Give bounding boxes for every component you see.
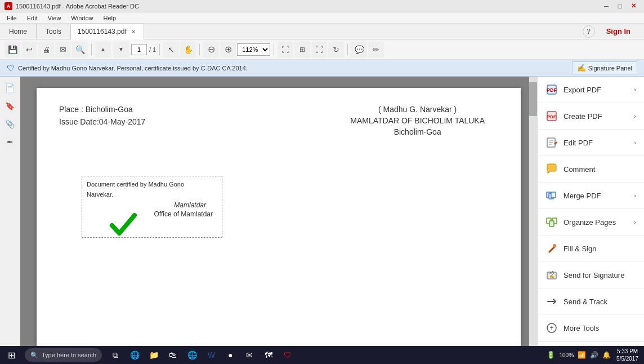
sidebar-review-button[interactable]: ✒: [3, 135, 17, 149]
zoom-select[interactable]: 112% 100% 75% 50% 125% 150%: [237, 43, 270, 56]
tab-file[interactable]: 1500116143.pdf ✕: [71, 24, 144, 39]
rotate-button[interactable]: ↻: [328, 42, 344, 57]
rotate-icon: ↻: [333, 45, 339, 54]
task-view-icon: ⧉: [113, 350, 118, 360]
fit-page-button[interactable]: ⛶: [278, 42, 293, 57]
page-total: / 1: [149, 46, 156, 53]
attachments-icon: 📎: [5, 119, 15, 128]
sidebar-bookmarks-button[interactable]: 🔖: [3, 99, 17, 113]
tab-tools[interactable]: Tools: [37, 24, 71, 39]
task-view-button[interactable]: ⧉: [106, 346, 124, 364]
tab-home[interactable]: Home: [0, 24, 37, 39]
zoom-in-button[interactable]: ⊕: [220, 42, 236, 57]
close-button[interactable]: ✕: [627, 2, 639, 11]
search-icon: 🔍: [75, 45, 85, 54]
svg-text:xA: xA: [549, 270, 554, 274]
more-tools-button[interactable]: + More Tools: [538, 315, 644, 341]
toolbar-separator-3: [199, 44, 200, 55]
comment-icon: [545, 163, 558, 175]
send-track-label: Send & Track: [564, 298, 636, 306]
search-button[interactable]: 🔍: [72, 42, 88, 57]
full-screen-button[interactable]: ⛶: [311, 42, 327, 57]
svg-text:PDF: PDF: [547, 114, 556, 119]
signature-panel-button[interactable]: ✍ Signature Panel: [572, 61, 637, 74]
create-pdf-button[interactable]: PDF Create PDF ›: [538, 103, 644, 130]
clock-date: 5/5/2017: [616, 355, 638, 362]
organize-pages-button[interactable]: Organize Pages ›: [538, 209, 644, 236]
print-button[interactable]: 🖨: [38, 42, 54, 57]
menu-window[interactable]: Window: [66, 14, 97, 23]
ie-button[interactable]: 🌐: [183, 346, 201, 364]
comment-button[interactable]: Comment: [538, 156, 644, 183]
taskbar-clock[interactable]: 5:33 PM 5/5/2017: [614, 348, 641, 362]
chrome-button[interactable]: ●: [221, 346, 239, 364]
signatory-name: ( Madhu G. Narvekar ): [337, 105, 498, 114]
edit-pdf-button[interactable]: Edit PDF ›: [538, 130, 644, 156]
taskbar-right: 🔋 100% 📶 🔊 🔔 5:33 PM 5/5/2017: [542, 346, 644, 364]
signatory-place: Bicholim-Goa: [337, 127, 498, 136]
export-pdf-button[interactable]: PDF Export PDF ›: [538, 77, 644, 103]
save-button[interactable]: 💾: [5, 42, 20, 57]
svg-rect-13: [549, 221, 554, 227]
back-icon: ↩: [26, 45, 33, 54]
sidebar-attachments-button[interactable]: 📎: [3, 117, 17, 131]
sidebar-pages-button[interactable]: 📄: [3, 81, 17, 95]
start-button[interactable]: ⊞: [0, 346, 23, 364]
page-up-button[interactable]: ▲: [95, 42, 111, 57]
cert-shield-icon: 🛡: [7, 64, 15, 73]
ie-icon: 🌐: [187, 350, 197, 359]
svg-text:PDF: PDF: [547, 87, 557, 93]
menu-edit[interactable]: Edit: [23, 14, 42, 23]
edge-button[interactable]: 🌐: [126, 346, 144, 364]
mail-icon: ✉: [246, 350, 253, 359]
sign-in-button[interactable]: Sign In: [600, 25, 637, 38]
help-button[interactable]: ?: [583, 25, 595, 38]
pdf-scrollbar[interactable]: [529, 77, 537, 346]
menu-view[interactable]: View: [43, 14, 66, 23]
word-button[interactable]: W: [202, 346, 220, 364]
merge-pdf-button[interactable]: Merge PDF ›: [538, 183, 644, 209]
cursor-icon: ↖: [168, 45, 175, 54]
explorer-icon: 📁: [149, 350, 159, 359]
svg-point-14: [553, 244, 556, 247]
menu-help[interactable]: Help: [99, 14, 120, 23]
zoom-out-button[interactable]: ⊖: [203, 42, 219, 57]
back-button[interactable]: ↩: [21, 42, 37, 57]
scroll-thumb[interactable]: [529, 82, 537, 116]
clock-time: 5:33 PM: [617, 348, 638, 355]
fill-sign-button[interactable]: Fill & Sign: [538, 236, 644, 262]
antivirus-button[interactable]: 🛡: [279, 346, 297, 364]
mail-button[interactable]: ✉: [240, 346, 258, 364]
explorer-button[interactable]: 📁: [145, 346, 163, 364]
toolbar: 💾 ↩ 🖨 ✉ 🔍 ▲ ▼ 1 / 1 ↖ ✋ ⊖ ⊕ 112% 100% 75…: [0, 39, 644, 60]
menu-bar: File Edit View Window Help: [0, 12, 644, 24]
comment-toolbar-icon: 💬: [355, 45, 364, 54]
sig-box-line1: Document certified by Madhu Gono: [87, 181, 217, 188]
cursor-tool-button[interactable]: ↖: [163, 42, 179, 57]
send-signature-icon: ✍ xA: [545, 269, 558, 281]
store-button[interactable]: 🛍: [164, 346, 182, 364]
comment-toolbar-button[interactable]: 💬: [351, 42, 367, 57]
taskbar-search[interactable]: 🔍 Type here to search: [25, 348, 102, 362]
maximize-button[interactable]: □: [614, 2, 626, 11]
hand-tool-button[interactable]: ✋: [180, 42, 196, 57]
email-button[interactable]: ✉: [55, 42, 71, 57]
page-down-button[interactable]: ▼: [113, 42, 129, 57]
minimize-button[interactable]: ─: [600, 2, 612, 11]
taskbar-sys-icons: 🔋 100% 📶 🔊 🔔: [545, 350, 612, 360]
fit-width-button[interactable]: ⊞: [294, 42, 310, 57]
page-navigation: ▲ ▼ 1 / 1: [95, 42, 156, 57]
print-icon: 🖨: [42, 45, 50, 54]
tab-right: ? Sign In: [583, 25, 644, 38]
maps-button[interactable]: 🗺: [260, 346, 278, 364]
volume-icon: 🔊: [589, 350, 600, 360]
send-track-button[interactable]: Send & Track: [538, 288, 644, 315]
menu-file[interactable]: File: [2, 14, 21, 23]
pen-button[interactable]: ✏: [368, 42, 384, 57]
title-bar-controls: ─ □ ✕: [600, 2, 639, 11]
send-signature-button[interactable]: ✍ xA Send for Signature: [538, 262, 644, 288]
page-number-input[interactable]: 1: [131, 44, 147, 55]
tab-close-button[interactable]: ✕: [130, 28, 137, 35]
sig-panel-label: Signature Panel: [588, 65, 632, 72]
svg-rect-10: [551, 192, 556, 198]
